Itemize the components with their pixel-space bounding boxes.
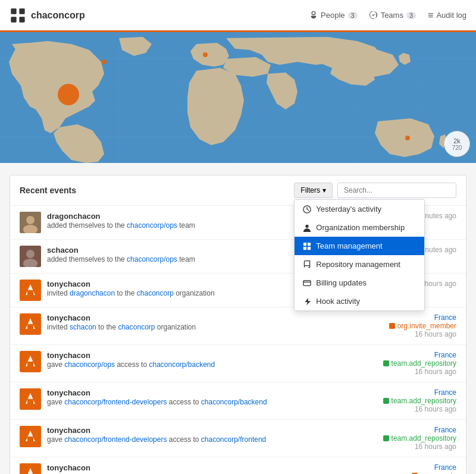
filter-org-membership[interactable]: Organization membership — [295, 218, 424, 237]
event-link[interactable]: chaconcorp/frontend — [201, 435, 266, 444]
event-action: team.add_repository — [383, 434, 456, 442]
event-username: tonychacon — [47, 388, 90, 397]
avatar-icon — [20, 463, 41, 474]
action-dot — [383, 398, 389, 404]
filter-hook[interactable]: Hook activity — [295, 292, 424, 310]
map-dot-europe — [203, 52, 208, 57]
event-link[interactable]: chaconcorp/backend — [201, 398, 267, 406]
zap-icon — [303, 297, 311, 306]
search-input[interactable] — [337, 183, 456, 198]
event-location[interactable]: France — [434, 313, 456, 322]
event-link[interactable]: dragonchacon — [70, 289, 115, 297]
svg-rect-33 — [27, 362, 33, 366]
action-dot — [383, 360, 389, 366]
filter-repo-management[interactable]: Repository management — [295, 255, 424, 274]
svg-rect-29 — [27, 290, 33, 295]
action-dot — [383, 435, 389, 441]
map-dot-ne — [102, 59, 107, 64]
event-username: tonychacon — [47, 463, 90, 472]
dropdown-org-label: Organization membership — [316, 223, 405, 232]
event-time: 16 hours ago — [383, 442, 456, 451]
filter-button[interactable]: Filters ▾ — [294, 183, 333, 198]
dropdown-yesterday-label: Yesterday's activity — [316, 205, 381, 214]
repo-icon — [303, 260, 311, 269]
map-svg — [0, 32, 476, 163]
svg-rect-18 — [308, 242, 311, 245]
filter-team-management[interactable]: Team management — [295, 237, 424, 255]
filter-area: Filters ▾ Yesterday's activity Organizat… — [294, 183, 456, 198]
teams-nav-item[interactable]: Teams 3 — [369, 11, 416, 20]
map-dot-large — [58, 84, 79, 105]
event-location[interactable]: France — [434, 388, 456, 397]
event-time: 16 hours ago — [383, 368, 456, 376]
logo[interactable]: chaconcorp — [10, 7, 85, 24]
event-link[interactable]: chaconcorp — [137, 289, 174, 297]
avatar — [20, 313, 41, 335]
event-location[interactable]: France — [434, 426, 456, 434]
event-link[interactable]: chaconcorp/ops — [127, 255, 177, 263]
zoom-value: 2k — [453, 137, 461, 145]
svg-rect-17 — [303, 242, 306, 245]
audit-log-label: Audit log — [436, 11, 466, 20]
filter-dropdown-wrapper: Filters ▾ Yesterday's activity Organizat… — [294, 183, 333, 198]
action-dot — [389, 323, 395, 329]
svg-rect-1 — [19, 8, 24, 14]
people-count: 3 — [348, 12, 358, 19]
event-username: tonychacon — [47, 426, 90, 435]
event-body: tonychacon gave chaconcorp/frontend-deve… — [47, 426, 377, 445]
event-meta: France team.add_repository 16 hours ago — [383, 351, 456, 376]
filter-label: Filters — [300, 186, 320, 194]
event-time: 16 hours ago — [389, 330, 456, 338]
event-location[interactable]: France — [434, 351, 456, 359]
svg-point-26 — [26, 250, 35, 258]
teams-icon — [369, 11, 378, 20]
action-label: repo.create — [420, 472, 456, 474]
action-label: team.add_repository — [392, 397, 456, 405]
people-icon — [309, 11, 318, 20]
action-label: org.invite_member — [397, 322, 456, 330]
event-username: tonychacon — [47, 280, 90, 288]
filter-caret-icon: ▾ — [322, 186, 326, 194]
avatar — [20, 280, 41, 301]
team-icon — [303, 242, 311, 250]
event-item: tonychacon gave chaconcorp/frontend-deve… — [10, 420, 466, 457]
event-meta: France repo.create 16 hours ago — [412, 463, 456, 474]
avatar-img — [20, 246, 41, 267]
avatar — [20, 351, 41, 372]
zoom-control[interactable]: 2k 720 — [444, 131, 470, 157]
filter-yesterday[interactable]: Yesterday's activity — [295, 200, 424, 218]
event-link[interactable]: chaconcorp/backend — [149, 360, 215, 369]
svg-rect-0 — [11, 8, 16, 14]
filter-billing[interactable]: Billing updates — [295, 274, 424, 292]
avatar — [20, 212, 41, 233]
event-time: 16 hours ago — [383, 405, 456, 413]
event-meta: France org.invite_member 16 hours ago — [389, 313, 456, 338]
event-action: team.add_repository — [383, 397, 456, 405]
event-description: gave chaconcorp/frontend-developers acce… — [47, 397, 377, 407]
teams-label: Teams — [381, 11, 403, 20]
avatar-icon — [20, 280, 41, 301]
event-link[interactable]: schacon — [70, 323, 96, 331]
event-item: tonychacon gave chaconcorp/ops access to… — [10, 345, 466, 382]
event-link[interactable]: chaconcorp/ops — [64, 360, 115, 369]
map-dot-australia — [405, 136, 410, 140]
filter-dropdown-menu: Yesterday's activity Organization member… — [294, 199, 425, 311]
event-meta: France team.add_repository 16 hours ago — [383, 388, 456, 413]
people-nav-item[interactable]: People 3 — [309, 11, 358, 20]
main-content: Recent events Filters ▾ Yesterday's acti… — [0, 163, 476, 474]
action-label: team.add_repository — [392, 434, 456, 442]
event-username: tonychacon — [47, 351, 90, 360]
event-link[interactable]: chaconcorp/frontend-developers — [64, 398, 167, 406]
world-map: 2k 720 — [0, 32, 476, 163]
event-location[interactable]: France — [434, 463, 456, 472]
audit-log-nav-item[interactable]: ≡ Audit log — [428, 11, 466, 20]
svg-rect-37 — [27, 437, 33, 441]
event-meta: France team.add_repository 16 hours ago — [383, 426, 456, 451]
event-username: dragonchacon — [47, 212, 101, 221]
event-link[interactable]: chaconcorp — [118, 323, 155, 331]
event-link[interactable]: chaconcorp/frontend-developers — [64, 435, 167, 444]
event-link[interactable]: chaconcorp/ops — [127, 221, 177, 230]
avatar — [20, 426, 41, 447]
event-body: tonychacon invited schacon to the chacon… — [47, 313, 383, 332]
dropdown-repo-label: Repository management — [316, 260, 400, 269]
